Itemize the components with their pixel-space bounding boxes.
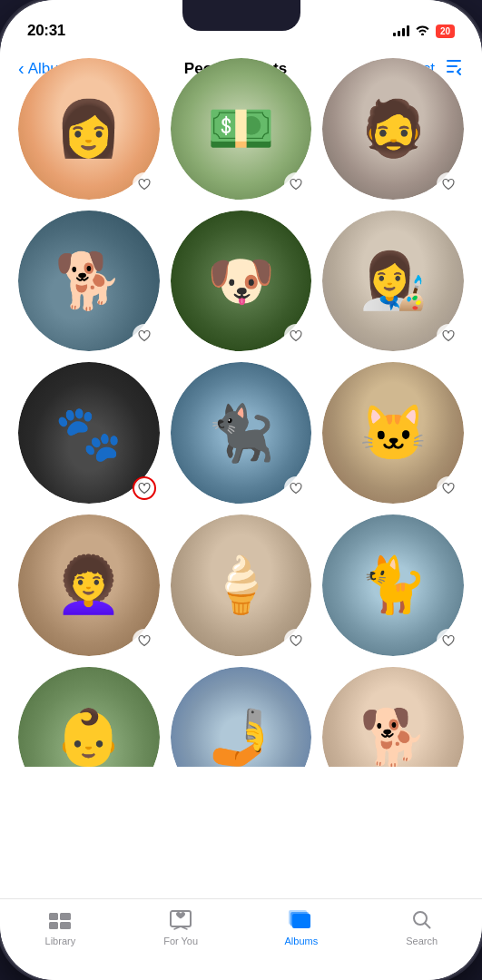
photo-fill-13: 👶: [18, 667, 160, 767]
photo-item-1[interactable]: 👩: [18, 58, 160, 200]
library-icon: [46, 908, 74, 932]
heart-button-8[interactable]: [284, 476, 308, 500]
photo-item-6[interactable]: 👩‍🎨: [322, 211, 464, 352]
photo-item-3[interactable]: 🧔: [322, 58, 464, 200]
photo-item-5[interactable]: 🐶: [171, 211, 312, 352]
photo-item-12[interactable]: 🐈: [322, 514, 464, 656]
svg-rect-2: [49, 922, 58, 929]
svg-rect-3: [60, 922, 71, 929]
photo-row-4: 👩‍🦱 🍦: [18, 514, 464, 656]
phone-screen: 20:31 20 ‹ Albums: [0, 0, 482, 980]
heart-button-1[interactable]: [133, 172, 156, 196]
status-time: 20:31: [27, 22, 65, 40]
photo-grid: 👩 💵: [0, 49, 482, 776]
tab-search[interactable]: Search: [361, 908, 482, 946]
svg-rect-1: [60, 913, 71, 920]
photo-fill-15: 🐕: [322, 667, 464, 767]
heart-button-6[interactable]: [437, 324, 460, 348]
photo-item-13[interactable]: 👶: [18, 667, 160, 767]
tab-bar: Library For You: [0, 898, 482, 980]
battery-icon: 20: [436, 24, 455, 38]
phone-shell: 20:31 20 ‹ Albums: [0, 0, 482, 980]
photo-item-11[interactable]: 🍦: [171, 514, 312, 656]
signal-bars-icon: [393, 25, 409, 36]
heart-button-3[interactable]: [437, 172, 460, 196]
wifi-icon: [415, 24, 430, 38]
heart-button-7[interactable]: [133, 476, 156, 500]
photo-row-3: 🐾 🐈‍⬛: [18, 362, 464, 504]
tab-for-you-label: For You: [163, 936, 198, 946]
photo-row-1: 👩 💵: [18, 58, 464, 200]
photo-row-2: 🐕 🐶: [18, 211, 464, 352]
tab-albums-label: Albums: [285, 936, 319, 946]
heart-button-2[interactable]: [284, 172, 308, 196]
tab-library[interactable]: Library: [0, 908, 121, 946]
heart-button-11[interactable]: [284, 629, 308, 652]
photo-item-8[interactable]: 🐈‍⬛: [171, 362, 312, 504]
heart-button-10[interactable]: [133, 629, 156, 652]
svg-rect-0: [49, 913, 58, 920]
albums-icon: [288, 908, 315, 932]
tab-search-label: Search: [406, 936, 438, 946]
status-icons: 20: [393, 24, 455, 38]
content-area: 👩 💵: [0, 49, 482, 898]
heart-button-12[interactable]: [437, 629, 460, 652]
photo-row-5: 👶 🤳 🐕: [18, 667, 464, 767]
photo-fill-14: 🤳: [171, 667, 312, 767]
notch: [182, 0, 300, 31]
photo-item-4[interactable]: 🐕: [18, 211, 160, 352]
photo-item-10[interactable]: 👩‍🦱: [18, 514, 160, 656]
tab-for-you[interactable]: For You: [121, 908, 241, 946]
heart-button-9[interactable]: [437, 476, 460, 500]
search-icon: [408, 908, 436, 932]
svg-rect-8: [294, 916, 309, 926]
photo-item-15[interactable]: 🐕: [322, 667, 464, 767]
photo-item-9[interactable]: 🐱: [322, 362, 464, 504]
heart-button-5[interactable]: [284, 324, 308, 348]
photo-item-7[interactable]: 🐾: [18, 362, 160, 504]
heart-button-4[interactable]: [133, 324, 156, 348]
for-you-icon: [167, 908, 194, 932]
photo-item-2[interactable]: 💵: [171, 58, 312, 200]
tab-library-label: Library: [45, 936, 76, 946]
photo-item-14[interactable]: 🤳: [171, 667, 312, 767]
tab-albums[interactable]: Albums: [241, 908, 362, 946]
